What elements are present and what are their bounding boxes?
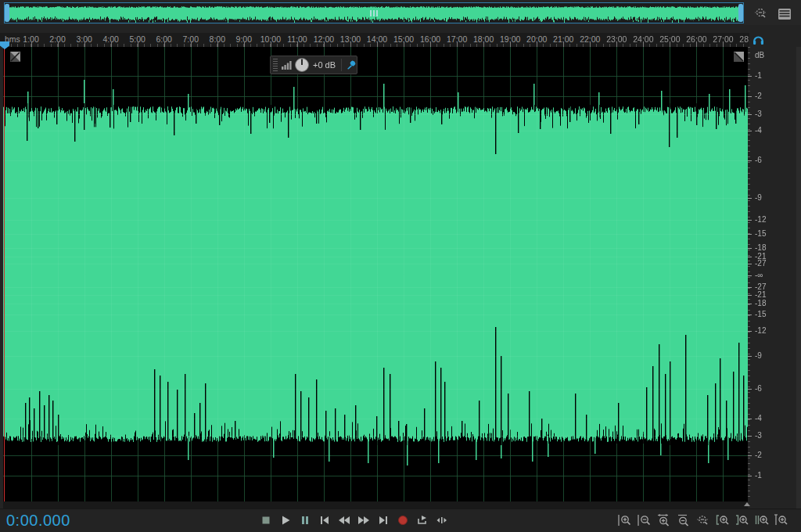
db-major-tick — [748, 295, 752, 296]
play-icon — [280, 515, 291, 526]
db-major-tick — [748, 198, 752, 199]
gain-value: +0 dB — [313, 60, 336, 70]
time-display: 0:00.000 — [6, 512, 70, 530]
skip-selection-icon — [436, 515, 448, 526]
db-label: -4 — [755, 414, 762, 422]
zoom-to-selection-icon — [754, 513, 770, 527]
zoom-navigator[interactable] — [4, 2, 744, 23]
drag-grip-icon[interactable] — [273, 59, 278, 71]
drag-grip-icon[interactable] — [370, 10, 381, 16]
timeline-major-tick — [84, 41, 85, 47]
time-ruler[interactable]: hms 1:002:003:004:005:006:007:008:009:00… — [0, 33, 749, 47]
timeline-major-tick — [483, 41, 484, 47]
play-button[interactable] — [276, 510, 295, 530]
db-label: -12 — [755, 326, 766, 335]
db-label: -21 — [755, 290, 766, 299]
zoom-out-amplitude-button[interactable] — [674, 510, 693, 530]
db-label: -27 — [755, 259, 766, 268]
fast-forward-icon — [357, 515, 370, 526]
zoom-in-at-in-point-button[interactable] — [713, 510, 732, 530]
db-major-tick — [748, 304, 752, 304]
skip-selection-button[interactable] — [433, 510, 451, 530]
fade-in-handle[interactable] — [10, 52, 20, 62]
db-label: -15 — [755, 310, 766, 318]
zoom-out-amplitude-icon — [676, 513, 691, 527]
move-next-button[interactable] — [374, 510, 393, 530]
panel-menu-icon[interactable] — [777, 6, 794, 22]
db-major-tick — [748, 455, 752, 456]
db-label: -6 — [755, 384, 762, 393]
timeline-major-tick — [58, 41, 59, 47]
timeline-major-tick — [138, 41, 138, 47]
amplitude-ruler[interactable]: dB-1-2-3-4-6-9-12-15-18-21-27-∞-27-21-18… — [748, 47, 796, 509]
zoom-out-full-icon[interactable] — [753, 6, 770, 22]
zoom-out-full-button[interactable] — [694, 510, 713, 530]
db-label: -12 — [755, 215, 766, 224]
timeline-major-tick — [244, 41, 245, 47]
scroll-up-arrow-icon[interactable] — [744, 502, 750, 506]
pause-button[interactable] — [296, 510, 314, 530]
zoom-to-selection-button[interactable] — [753, 510, 771, 530]
fast-forward-button[interactable] — [354, 510, 373, 530]
vertical-scrollbar[interactable] — [796, 47, 801, 509]
zoom-in-at-out-point-icon — [735, 513, 750, 527]
db-major-tick — [748, 264, 752, 264]
timeline-major-tick — [217, 41, 218, 47]
zoom-to-playhead-icon — [774, 513, 789, 527]
db-label: -9 — [755, 351, 762, 360]
db-label: -2 — [755, 92, 762, 100]
timeline-major-tick — [297, 41, 298, 47]
record-button[interactable] — [393, 510, 412, 530]
rewind-button[interactable] — [335, 510, 354, 530]
overview-strip — [0, 0, 801, 25]
timeline-major-tick — [563, 41, 564, 47]
loop-playback-button[interactable] — [413, 510, 432, 530]
zoom-in-time-icon — [617, 513, 633, 527]
navigator-right-handle[interactable] — [738, 4, 743, 22]
volume-hud[interactable]: +0 dB — [270, 56, 357, 74]
zoom-out-time-button[interactable] — [635, 510, 654, 530]
timeline-major-tick — [271, 41, 271, 47]
zoom-to-playhead-button[interactable] — [772, 510, 791, 530]
zoom-out-time-icon — [637, 513, 652, 527]
db-label: -∞ — [755, 271, 763, 279]
waveform-display[interactable] — [3, 47, 748, 501]
headphones-icon[interactable] — [752, 34, 765, 46]
pin-icon[interactable] — [346, 59, 357, 70]
timeline-label: 28:00 — [739, 34, 749, 44]
timeline-major-tick — [111, 41, 112, 47]
db-major-tick — [748, 257, 752, 257]
navigator-left-handle[interactable] — [5, 4, 9, 22]
gain-knob[interactable] — [294, 57, 310, 73]
db-major-tick — [748, 315, 752, 315]
skip-forward-icon — [378, 515, 389, 526]
db-major-tick — [748, 248, 752, 249]
db-label: -18 — [755, 243, 766, 252]
panel-divider[interactable] — [3, 501, 748, 509]
timeline-row: hms 1:002:003:004:005:006:007:008:009:00… — [0, 25, 801, 47]
db-major-tick — [748, 275, 752, 276]
db-major-tick — [748, 331, 752, 332]
db-label: -9 — [755, 193, 762, 202]
zoom-in-time-button[interactable] — [616, 510, 634, 530]
stop-icon — [260, 515, 271, 526]
db-label: -6 — [755, 156, 762, 164]
timeline-major-tick — [510, 41, 511, 47]
db-label: -1 — [755, 71, 762, 80]
rewind-icon — [338, 515, 350, 526]
stop-button[interactable] — [257, 510, 275, 530]
db-label: -2 — [755, 451, 762, 459]
timeline-major-tick — [377, 41, 378, 47]
timeline-major-tick — [670, 41, 670, 47]
db-major-tick — [748, 114, 752, 115]
move-previous-button[interactable] — [315, 510, 334, 530]
zoom-in-amplitude-button[interactable] — [655, 510, 673, 530]
db-major-tick — [748, 76, 752, 77]
db-label: -15 — [755, 229, 766, 238]
db-major-tick — [748, 220, 752, 221]
zoom-in-at-out-point-button[interactable] — [733, 510, 752, 530]
timeline-major-tick — [31, 41, 32, 47]
timeline-major-tick — [350, 41, 351, 47]
playhead-line[interactable] — [4, 47, 5, 501]
fade-out-handle[interactable] — [734, 52, 744, 62]
